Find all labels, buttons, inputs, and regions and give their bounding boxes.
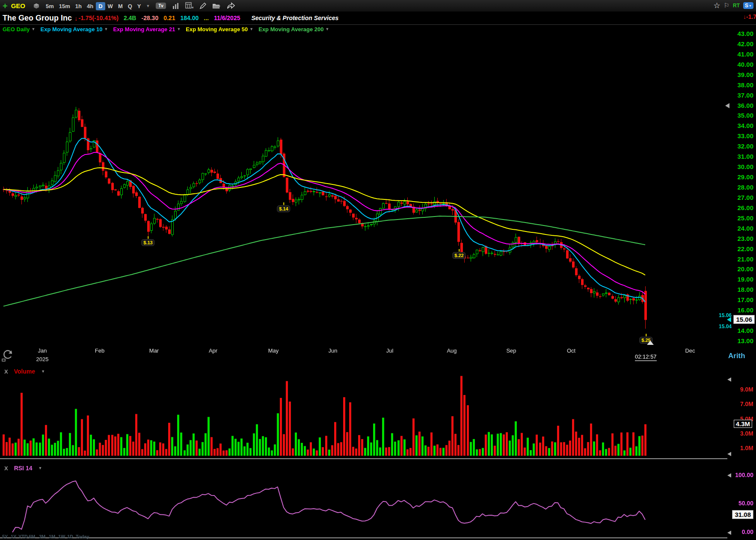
range-tab-1m[interactable]: 1M (49, 534, 55, 539)
range-tab-1d[interactable]: 1D (67, 534, 73, 539)
timeframe-M[interactable]: M (116, 2, 125, 10)
timeframe-D[interactable]: D (96, 2, 105, 10)
volume-tick-label: 1.0M (740, 445, 753, 451)
legend-item-2[interactable]: Exp Moving Average 21 (113, 26, 175, 33)
legend-item-4[interactable]: Exp Moving Average 200 (258, 26, 323, 33)
price-tick-label: 31.00 (737, 153, 753, 160)
range-tab-6m[interactable]: 6M (29, 534, 35, 539)
close-volume-button[interactable]: X (4, 368, 8, 375)
range-tab-today[interactable]: Today (76, 534, 89, 539)
price-tick-label: 16.00 (737, 306, 753, 314)
timeframe-5m[interactable]: 5m (43, 2, 56, 10)
date-axis-month: Jun (329, 347, 338, 354)
chevron-down-icon: ▼ (249, 27, 253, 31)
dividend-tick-icon (283, 202, 284, 205)
chevron-down-icon: ▼ (32, 27, 36, 31)
quote-value-1: 2.4B (124, 15, 136, 21)
timeframe-1h[interactable]: 1h (73, 2, 84, 10)
date-axis-month: Apr (209, 347, 217, 354)
bid-price-label: 15.04 (719, 323, 732, 329)
volume-panel-header: X Volume ▼ (0, 368, 47, 375)
timeframe-W[interactable]: W (105, 2, 116, 10)
rsi-tick-label: 0.00 (742, 528, 753, 535)
last-price-box: 15.06 (733, 315, 755, 324)
rsi-panel-header: X RSI 14 ▼ (0, 465, 44, 472)
quote-value-6: 11/6/2025 (214, 15, 240, 21)
timeframe-15m[interactable]: 15m (56, 2, 73, 10)
rsi-tick-label: 50.00 (738, 500, 753, 507)
folder-icon[interactable] (212, 3, 220, 9)
company-name: The Geo Group Inc (3, 14, 72, 23)
legend-item-0[interactable]: GEO Daily (3, 26, 30, 33)
dividend-amount-label: $.14 (277, 205, 290, 212)
dividend-tick-icon (459, 249, 460, 252)
tv-mode-icon[interactable]: Tv (155, 2, 166, 9)
range-tab-1y[interactable]: 1Y (11, 534, 16, 539)
current-date-marker-icon (647, 341, 654, 345)
bar-chart-icon[interactable] (172, 3, 179, 9)
timeframe-Y[interactable]: Y (135, 2, 144, 10)
volume-panel-title[interactable]: Volume (14, 368, 36, 375)
dividend-tick-icon (148, 236, 148, 239)
panel-divider (0, 458, 727, 459)
volume-axis-marker-icon (727, 377, 731, 382)
legend-item-1[interactable]: Exp Moving Average 10 (41, 26, 103, 33)
dividend-amount-label: $.13 (141, 239, 154, 246)
chevron-down-icon[interactable]: ▼ (41, 369, 45, 374)
svg-text:Tv: Tv (159, 3, 164, 8)
timeframe-Q[interactable]: Q (125, 2, 135, 10)
price-tick-label: 25.00 (737, 214, 753, 222)
range-tab-ytd[interactable]: YTD (18, 534, 28, 539)
svg-text:+: + (192, 6, 193, 9)
date-axis-month: Aug (447, 347, 457, 354)
chevron-down-icon: ▼ (749, 4, 752, 7)
legend-item-3[interactable]: Exp Moving Average 50 (186, 26, 248, 33)
price-tick-label: 43.00 (737, 30, 753, 37)
symbol-label[interactable]: GEO (11, 2, 25, 9)
volume-tick-label: 3.0M (740, 430, 753, 437)
volume-tick-label: 7.0M (740, 401, 753, 407)
pencil-icon[interactable] (199, 3, 206, 9)
calculator-icon[interactable]: + (185, 2, 193, 9)
current-rsi-box: 31.08 (732, 510, 753, 519)
price-tick-label: 32.00 (737, 142, 753, 150)
chevron-down-icon: ▼ (104, 27, 108, 31)
last-price-pointer-icon (727, 317, 731, 322)
range-tab-1w[interactable]: 1W (58, 534, 65, 539)
close-rsi-button[interactable]: X (4, 465, 8, 472)
rsi-panel-title[interactable]: RSI 14 (14, 465, 33, 472)
quote-value-0: -1.75(-10.41%) (79, 15, 119, 21)
timeframe-4h[interactable]: 4h (84, 2, 96, 10)
chevron-down-icon: ▼ (177, 27, 181, 31)
date-axis-month: Sep (506, 347, 516, 354)
date-axis-month: Oct (567, 347, 575, 354)
chevron-down-icon[interactable]: ▼ (38, 466, 42, 470)
price-tick-label: 13.00 (737, 337, 753, 344)
quote-value-5: ... (204, 15, 209, 21)
cube-icon[interactable] (33, 3, 40, 9)
price-tick-label: 33.00 (737, 132, 753, 139)
add-symbol-button[interactable]: + (3, 2, 8, 10)
range-tabs: 5Y1YYTD6M3M1M1W1DToday (0, 534, 299, 540)
favorite-star-icon[interactable]: ☆ (713, 1, 720, 10)
divider (0, 24, 756, 25)
range-tab-3m[interactable]: 3M (39, 534, 45, 539)
quote-row: The Geo Group Inc ↓ -1.75(-10.41%)2.4B-2… (0, 12, 756, 24)
prior-high-marker-icon (725, 103, 729, 108)
refresh-chart-icon[interactable] (1, 348, 14, 364)
range-tab-5y[interactable]: 5Y (2, 534, 8, 539)
rsi-axis-marker-icon (727, 531, 731, 535)
scale-type-label[interactable]: Arith (728, 352, 745, 360)
timeframe-dropdown-caret[interactable]: ▼ (146, 4, 150, 8)
stream-source-badge[interactable]: S▼ (743, 2, 753, 9)
price-tick-label: 21.00 (737, 255, 753, 263)
volume-tick-label: 9.0M (740, 386, 753, 393)
price-tick-label: 17.00 (737, 296, 753, 303)
date-axis-month: Dec (685, 347, 695, 354)
share-icon[interactable] (226, 2, 235, 9)
date-axis-month: Feb (95, 347, 104, 354)
date-axis-month: May (268, 347, 279, 354)
price-tick-label: 23.00 (737, 235, 753, 242)
flag-icon[interactable]: ⚐ (724, 2, 729, 9)
current-volume-box: 4.3M (734, 420, 752, 428)
